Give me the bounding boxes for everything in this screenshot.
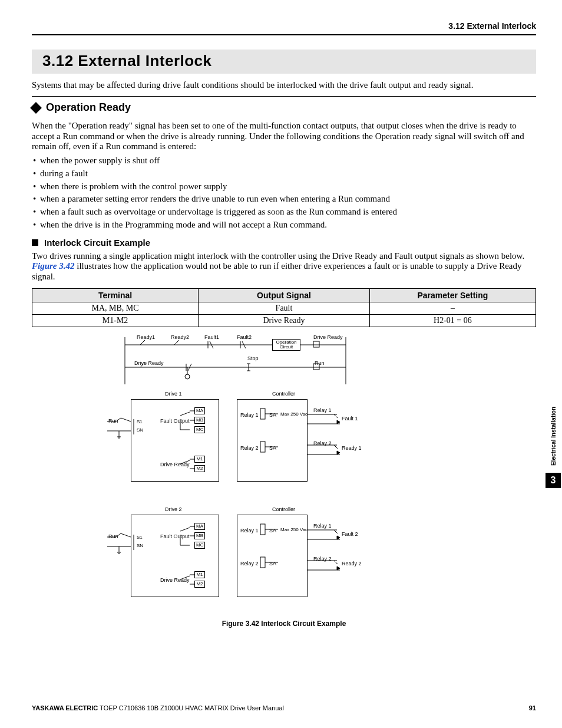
interlock-para-before: Two drives running a single application …	[32, 251, 524, 261]
divider	[32, 96, 536, 97]
svg-point-7	[185, 374, 190, 379]
page-footer: YASKAWA ELECTRIC TOEP C710636 10B Z1000U…	[32, 704, 536, 711]
footer-doc: TOEP C710636 10B Z1000U HVAC MATRIX Driv…	[98, 704, 284, 711]
td: Fault	[199, 302, 370, 314]
list-item: when a fault such as overvoltage or unde…	[32, 206, 536, 219]
list-item: during a fault	[32, 167, 536, 180]
subheading2-text: Interlock Circuit Example	[44, 238, 150, 248]
drive-block-2: Drive 2 Controller Run S1 SN Fault Outpu…	[101, 506, 467, 607]
conditions-list: when the power supply is shut off during…	[32, 154, 536, 232]
diagram-wires-top	[101, 334, 467, 387]
subheading-operation-ready: Operation Ready	[32, 101, 536, 114]
svg-rect-4	[313, 341, 319, 347]
diagram-wires-block1	[101, 391, 372, 485]
side-tab: Electrical Installation 3	[544, 407, 562, 488]
td: Drive Ready	[199, 314, 370, 327]
td: H2-01 = 06	[369, 314, 535, 327]
side-chapter-number: 3	[546, 473, 561, 488]
list-item: when a parameter setting error renders t…	[32, 193, 536, 206]
footer-page-number: 91	[529, 704, 536, 711]
svg-rect-6	[313, 364, 319, 370]
subheading-interlock-example: Interlock Circuit Example	[32, 238, 536, 248]
signal-table: Terminal Output Signal Parameter Setting…	[32, 288, 536, 327]
th-terminal: Terminal	[32, 288, 199, 302]
svg-rect-11	[260, 409, 265, 419]
svg-rect-12	[260, 442, 265, 452]
subheading-text: Operation Ready	[46, 101, 131, 114]
interlock-para: Two drives running a single application …	[32, 251, 536, 282]
figure-caption: Figure 3.42 Interlock Circuit Example	[101, 620, 467, 628]
side-label: Electrical Installation	[550, 407, 557, 466]
interlock-para-after: illustrates how the application would no…	[32, 261, 521, 281]
list-item: when the drive is in the Programming mod…	[32, 219, 536, 232]
list-item: when there is problem with the control p…	[32, 180, 536, 193]
table-row: M1-M2 Drive Ready H2-01 = 06	[32, 314, 536, 327]
td: M1-M2	[32, 314, 199, 327]
th-param: Parameter Setting	[369, 288, 535, 302]
td: –	[369, 302, 535, 314]
section-intro: Systems that may be affected during driv…	[32, 80, 536, 90]
figure-diagram: Ready1 Ready2 Fault1 Fault2 Operation Ci…	[101, 334, 467, 628]
list-item: when the power supply is shut off	[32, 154, 536, 167]
drive-block-1: Drive 1 Controller Run S1 SN Fault Outpu…	[101, 391, 467, 491]
svg-rect-17	[260, 524, 265, 535]
th-output: Output Signal	[199, 288, 370, 302]
footer-brand: YASKAWA ELECTRIC	[32, 704, 98, 711]
svg-rect-18	[260, 557, 265, 568]
square-icon	[32, 239, 38, 246]
diamond-icon	[30, 102, 42, 114]
table-row: MA, MB, MC Fault –	[32, 302, 536, 314]
td: MA, MB, MC	[32, 302, 199, 314]
page-header-right: 3.12 External Interlock	[32, 21, 536, 35]
footer-left: YASKAWA ELECTRIC TOEP C710636 10B Z1000U…	[32, 704, 284, 711]
figure-ref-link[interactable]: Figure 3.42	[32, 261, 75, 271]
operation-ready-para: When the "Operation ready" signal has be…	[32, 121, 536, 152]
section-title: 3.12 External Interlock	[32, 50, 536, 74]
diagram-wires-block2	[101, 506, 372, 601]
